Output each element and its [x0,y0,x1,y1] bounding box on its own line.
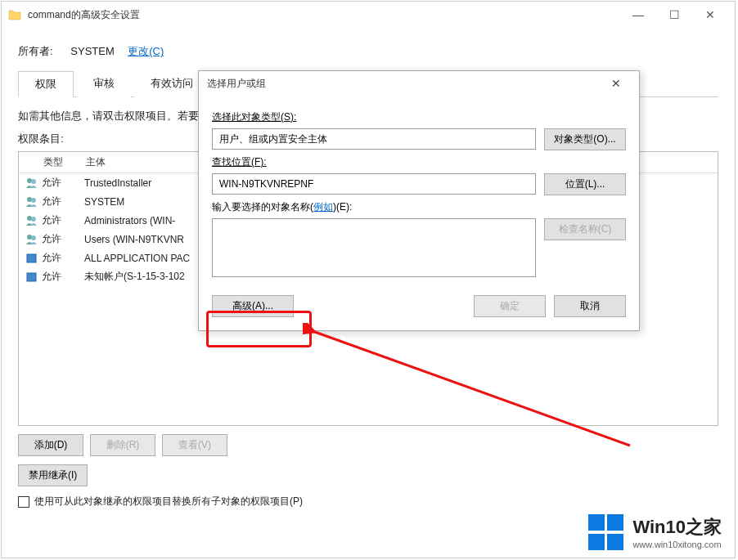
owner-value: SYSTEM [70,45,114,57]
svg-point-3 [31,198,36,203]
window-title: command的高级安全设置 [28,8,140,22]
folder-icon [8,9,21,20]
view-button[interactable]: 查看(V) [162,434,227,456]
user-icon [25,196,42,208]
user-icon [25,177,42,189]
svg-point-6 [27,235,32,240]
owner-label: 所有者: [18,45,53,57]
add-button[interactable]: 添加(D) [18,434,83,456]
inherit-row: 禁用继承(I) [18,464,718,486]
replace-children-checkbox[interactable] [18,496,29,508]
svg-point-7 [31,235,36,240]
replace-children-label: 使用可从此对象继承的权限项目替换所有子对象的权限项目(P) [34,495,303,508]
maximize-button[interactable]: ☐ [656,3,692,26]
dialog-titlebar: 选择用户或组 ✕ [199,71,639,96]
windows-logo-icon [588,514,624,550]
object-type-button[interactable]: 对象类型(O)... [544,128,626,150]
advanced-button[interactable]: 高级(A)... [212,295,294,317]
object-name-input[interactable] [212,218,536,277]
tab-permissions[interactable]: 权限 [18,71,74,97]
location-label: 查找位置(F): [212,155,626,169]
object-type-label: 选择此对象类型(S): [212,110,626,124]
object-name-label: 输入要选择的对象名称(例如)(E): [212,200,626,214]
watermark-url: www.win10xitong.com [632,540,722,549]
watermark-brand: Win10之家 [632,515,722,540]
location-button[interactable]: 位置(L)... [544,173,626,195]
svg-point-0 [27,178,32,183]
tab-audit[interactable]: 审核 [77,71,131,97]
permission-buttons: 添加(D) 删除(R) 查看(V) [18,434,718,456]
col-principal: 主体 [86,155,217,169]
object-type-input[interactable] [212,128,536,150]
col-type: 类型 [43,155,86,169]
remove-button[interactable]: 删除(R) [90,434,155,456]
svg-rect-8 [27,254,36,262]
minimize-button[interactable]: — [620,3,656,26]
close-button[interactable]: ✕ [692,3,728,26]
close-icon[interactable]: ✕ [601,73,631,94]
owner-row: 所有者: SYSTEM 更改(C) [18,44,718,59]
titlebar: command的高级安全设置 — ☐ ✕ [2,2,735,28]
watermark: Win10之家 www.win10xitong.com [588,514,722,550]
svg-point-1 [31,179,36,184]
ok-button[interactable]: 确定 [474,295,546,317]
dialog-title: 选择用户或组 [207,77,266,91]
check-names-button[interactable]: 检查名称(C) [544,218,626,240]
svg-point-5 [31,217,36,222]
disable-inheritance-button[interactable]: 禁用继承(I) [18,464,88,486]
user-icon [25,215,42,226]
group-icon [25,271,42,283]
group-icon [25,253,42,264]
svg-point-2 [27,197,32,202]
svg-rect-9 [27,273,36,281]
user-icon [25,234,42,245]
cancel-button[interactable]: 取消 [554,295,626,317]
replace-children-row: 使用可从此对象继承的权限项目替换所有子对象的权限项目(P) [18,495,718,508]
change-owner-link[interactable]: 更改(C) [128,45,164,57]
location-input[interactable] [212,173,536,195]
select-user-dialog: 选择用户或组 ✕ 选择此对象类型(S): 对象类型(O)... 查找位置(F):… [198,70,640,331]
example-link[interactable]: 例如 [313,201,333,213]
svg-point-4 [27,216,32,221]
